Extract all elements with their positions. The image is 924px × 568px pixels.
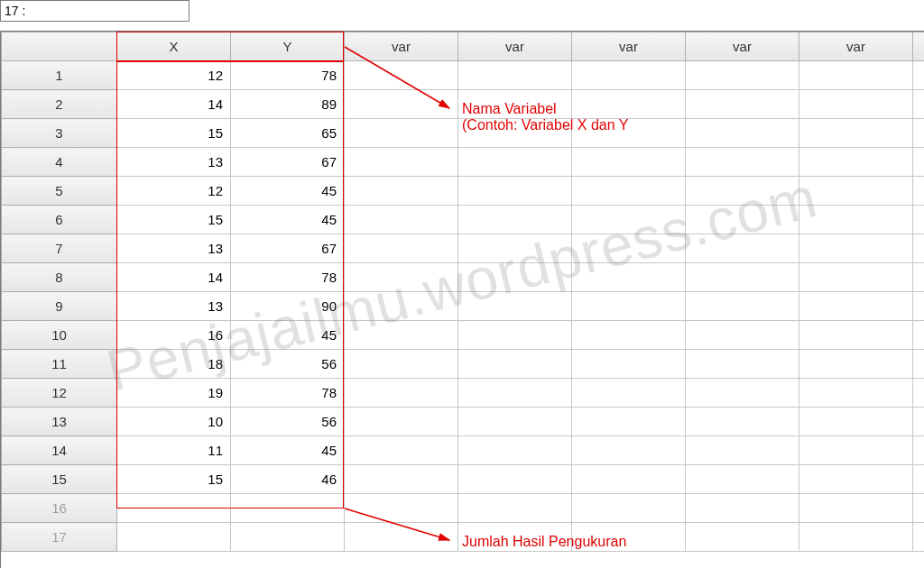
cell-empty[interactable] (686, 494, 799, 523)
cell-empty[interactable] (913, 148, 925, 177)
cell-y[interactable]: 67 (231, 148, 345, 177)
cell-empty[interactable] (458, 148, 572, 177)
row-header[interactable]: 11 (2, 350, 117, 379)
cell-y[interactable]: 45 (231, 321, 345, 350)
cell-empty[interactable] (913, 494, 925, 523)
cell-y[interactable]: 65 (231, 119, 345, 148)
cell-empty[interactable] (799, 206, 913, 234)
cell-empty[interactable] (799, 408, 913, 436)
row-header[interactable]: 13 (2, 408, 117, 436)
cell-empty[interactable] (345, 321, 458, 350)
cell-empty[interactable] (572, 177, 686, 206)
cell-empty[interactable] (799, 292, 913, 321)
cell-y[interactable]: 67 (231, 234, 345, 263)
cell-empty[interactable] (686, 206, 799, 234)
cell-x[interactable]: 11 (117, 436, 231, 465)
cell-empty[interactable] (799, 90, 913, 119)
cell-empty[interactable] (686, 119, 799, 148)
cell-empty[interactable] (345, 436, 458, 465)
cell-y[interactable]: 45 (231, 436, 345, 465)
column-header-var[interactable]: var (799, 32, 913, 61)
cell-x[interactable]: 15 (117, 119, 231, 148)
cell-x[interactable]: 18 (117, 350, 231, 379)
cell-empty[interactable] (686, 523, 799, 552)
row-header[interactable]: 17 (2, 523, 117, 552)
cell-empty[interactable] (572, 408, 686, 436)
cell-empty[interactable] (117, 494, 231, 523)
cell-x[interactable]: 13 (117, 292, 231, 321)
cell-y[interactable]: 45 (231, 206, 345, 234)
cell-empty[interactable] (572, 148, 686, 177)
cell-x[interactable]: 13 (117, 234, 231, 263)
cell-empty[interactable] (458, 292, 572, 321)
row-header[interactable]: 5 (2, 177, 117, 206)
cell-empty[interactable] (572, 350, 686, 379)
cell-empty[interactable] (686, 408, 799, 436)
cell-empty[interactable] (686, 90, 799, 119)
row-header[interactable]: 15 (2, 465, 117, 494)
cell-empty[interactable] (913, 263, 925, 292)
cell-x[interactable]: 12 (117, 177, 231, 206)
cell-empty[interactable] (913, 379, 925, 408)
cell-empty[interactable] (345, 350, 458, 379)
cell-empty[interactable] (345, 177, 458, 206)
cell-x[interactable]: 13 (117, 148, 231, 177)
cell-empty[interactable] (458, 263, 572, 292)
cell-empty[interactable] (345, 263, 458, 292)
cell-empty[interactable] (913, 465, 925, 494)
cell-empty[interactable] (572, 61, 686, 90)
row-header[interactable]: 1 (2, 61, 117, 90)
cell-empty[interactable] (686, 148, 799, 177)
cell-y[interactable]: 56 (231, 350, 345, 379)
cell-empty[interactable] (799, 379, 913, 408)
cell-empty[interactable] (458, 465, 572, 494)
column-header-var[interactable]: var (345, 32, 458, 61)
column-header-var[interactable]: var (913, 32, 925, 61)
cell-x[interactable]: 19 (117, 379, 231, 408)
column-header-var[interactable]: var (686, 32, 799, 61)
corner-cell[interactable] (2, 32, 117, 61)
cell-empty[interactable] (913, 350, 925, 379)
cell-empty[interactable] (572, 379, 686, 408)
cell-empty[interactable] (572, 494, 686, 523)
cell-empty[interactable] (913, 177, 925, 206)
cell-empty[interactable] (458, 321, 572, 350)
cell-empty[interactable] (686, 465, 799, 494)
column-header-var[interactable]: var (572, 32, 686, 61)
cell-empty[interactable] (458, 177, 572, 206)
cell-x[interactable]: 10 (117, 408, 231, 436)
column-header-x[interactable]: X (117, 32, 231, 61)
cell-empty[interactable] (799, 321, 913, 350)
cell-empty[interactable] (913, 61, 925, 90)
cell-empty[interactable] (686, 321, 799, 350)
row-header[interactable]: 3 (2, 119, 117, 148)
row-header[interactable]: 6 (2, 206, 117, 234)
cell-empty[interactable] (345, 465, 458, 494)
cell-empty[interactable] (686, 379, 799, 408)
cell-y[interactable]: 90 (231, 292, 345, 321)
cell-empty[interactable] (345, 90, 458, 119)
cell-empty[interactable] (686, 263, 799, 292)
row-header[interactable]: 9 (2, 292, 117, 321)
cell-empty[interactable] (345, 206, 458, 234)
cell-empty[interactable] (345, 292, 458, 321)
row-header[interactable]: 16 (2, 494, 117, 523)
cell-empty[interactable] (686, 292, 799, 321)
cell-empty[interactable] (686, 177, 799, 206)
row-header[interactable]: 12 (2, 379, 117, 408)
row-header[interactable]: 14 (2, 436, 117, 465)
cell-y[interactable]: 78 (231, 263, 345, 292)
cell-empty[interactable] (799, 263, 913, 292)
cell-x[interactable]: 16 (117, 321, 231, 350)
row-header[interactable]: 7 (2, 234, 117, 263)
cell-empty[interactable] (458, 234, 572, 263)
cell-empty[interactable] (799, 61, 913, 90)
cell-empty[interactable] (117, 523, 231, 552)
row-header[interactable]: 4 (2, 148, 117, 177)
cell-empty[interactable] (686, 234, 799, 263)
cell-empty[interactable] (572, 465, 686, 494)
cell-empty[interactable] (686, 61, 799, 90)
cell-empty[interactable] (345, 234, 458, 263)
cell-empty[interactable] (913, 408, 925, 436)
cell-empty[interactable] (345, 379, 458, 408)
